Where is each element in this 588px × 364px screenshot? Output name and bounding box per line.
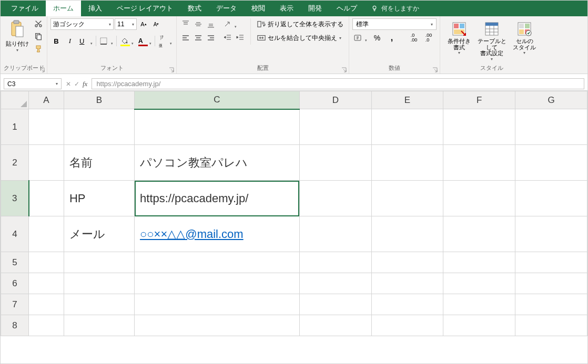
cell-G4[interactable] (515, 216, 587, 252)
cell-D7[interactable] (299, 294, 371, 315)
cell-G3[interactable] (515, 181, 587, 216)
cell-F3[interactable] (443, 181, 515, 216)
cell-G8[interactable] (515, 315, 587, 336)
column-header-B[interactable]: B (64, 91, 134, 109)
cell-G1[interactable] (515, 109, 587, 145)
cell-A7[interactable] (29, 294, 64, 315)
format-as-table-button[interactable]: テーブルとして 書式設定 ▾ (476, 18, 508, 61)
cell-A2[interactable] (29, 145, 64, 181)
comma-button[interactable]: , (386, 32, 398, 44)
row-header-8[interactable]: 8 (1, 315, 29, 336)
decrease-indent-button[interactable] (222, 32, 234, 44)
cell-A6[interactable] (29, 273, 64, 294)
formula-input[interactable]: https://pcacademy.jp/ (92, 78, 584, 89)
increase-decimal-button[interactable]: .0.00 (408, 32, 420, 44)
paste-button[interactable]: 貼り付け ▾ (4, 18, 31, 61)
row-header-4[interactable]: 4 (1, 216, 29, 252)
cell-C2[interactable]: パソコン教室パレハ (135, 145, 300, 181)
cell-E4[interactable] (371, 216, 443, 252)
cancel-formula-button[interactable]: ✕ (66, 80, 71, 88)
cell-G2[interactable] (515, 145, 587, 181)
cell-C7[interactable] (135, 294, 300, 315)
cell-C4[interactable]: ○○××△△@mail.com (135, 216, 300, 252)
cell-B3[interactable]: HP (64, 181, 134, 216)
cell-D1[interactable] (299, 109, 371, 145)
cell-E7[interactable] (371, 294, 443, 315)
cell-E1[interactable] (371, 109, 443, 145)
cell-E5[interactable] (371, 252, 443, 273)
tab-home[interactable]: ホーム (46, 1, 81, 16)
dialog-launcher-icon[interactable] (341, 67, 347, 72)
align-right-button[interactable] (205, 32, 217, 44)
cell-A8[interactable] (29, 315, 64, 336)
cell-F5[interactable] (443, 252, 515, 273)
cell-D4[interactable] (299, 216, 371, 252)
cell-F1[interactable] (443, 109, 515, 145)
cell-A4[interactable] (29, 216, 64, 252)
tab-help[interactable]: ヘルプ (329, 1, 364, 16)
cell-D3[interactable] (299, 181, 371, 216)
cell-A3[interactable] (29, 181, 64, 216)
copy-button[interactable] (33, 31, 44, 41)
align-center-button[interactable] (192, 32, 204, 44)
dialog-launcher-icon[interactable] (39, 67, 45, 72)
cell-C3[interactable]: https://pcacademy.jp/ (135, 181, 300, 216)
format-painter-button[interactable] (33, 44, 44, 54)
cell-F8[interactable] (443, 315, 515, 336)
tab-view[interactable]: 表示 (272, 1, 301, 16)
cell-F4[interactable] (443, 216, 515, 252)
cell-D5[interactable] (299, 252, 371, 273)
row-header-5[interactable]: 5 (1, 252, 29, 273)
insert-function-button[interactable]: fx (83, 80, 87, 88)
column-header-C[interactable]: C (135, 91, 300, 109)
cell-F6[interactable] (443, 273, 515, 294)
merge-center-button[interactable]: セルを結合して中央揃え ▾ (255, 32, 346, 44)
column-header-D[interactable]: D (299, 91, 371, 109)
cell-D2[interactable] (299, 145, 371, 181)
cell-C5[interactable] (135, 252, 300, 273)
cut-button[interactable] (33, 18, 44, 29)
borders-button[interactable] (98, 35, 114, 47)
spreadsheet-grid[interactable]: ABCDEFG12名前パソコン教室パレハ3HPhttps://pcacademy… (1, 91, 587, 363)
decrease-decimal-button[interactable]: .00.0 (423, 32, 434, 44)
underline-button[interactable]: U (78, 35, 94, 47)
row-header-6[interactable]: 6 (1, 273, 29, 294)
italic-button[interactable]: I (64, 35, 76, 47)
cell-C8[interactable] (135, 315, 300, 336)
phonetic-button[interactable]: ㄗ亜 (157, 35, 173, 47)
cell-G5[interactable] (515, 252, 587, 273)
row-header-2[interactable]: 2 (1, 145, 29, 181)
tab-insert[interactable]: 挿入 (81, 1, 109, 16)
cell-A1[interactable] (29, 109, 64, 145)
align-left-button[interactable] (180, 32, 191, 44)
increase-indent-button[interactable] (235, 32, 246, 44)
select-all-corner[interactable] (1, 91, 29, 109)
tab-data[interactable]: データ (209, 1, 244, 16)
font-name-selector[interactable]: 游ゴシック▾ (50, 18, 114, 30)
dialog-launcher-icon[interactable] (169, 67, 174, 72)
number-format-selector[interactable]: 標準▾ (352, 18, 437, 30)
decrease-font-size-button[interactable]: A▾ (150, 18, 162, 30)
cell-C6[interactable] (135, 273, 300, 294)
cell-B6[interactable] (64, 273, 134, 294)
column-header-F[interactable]: F (443, 91, 515, 109)
row-header-3[interactable]: 3 (1, 181, 29, 216)
cell-D6[interactable] (299, 273, 371, 294)
fill-color-button[interactable] (119, 35, 135, 47)
percent-button[interactable]: % (371, 32, 383, 44)
column-header-A[interactable]: A (29, 91, 64, 109)
tab-formulas[interactable]: 数式 (180, 1, 209, 16)
orientation-button[interactable] (222, 18, 238, 30)
dialog-launcher-icon[interactable] (432, 67, 438, 72)
align-bottom-button[interactable] (205, 18, 217, 30)
cell-E2[interactable] (371, 145, 443, 181)
row-header-7[interactable]: 7 (1, 294, 29, 315)
cell-B2[interactable]: 名前 (64, 145, 134, 181)
enter-formula-button[interactable]: ✓ (74, 80, 79, 88)
tab-review[interactable]: 校閲 (244, 1, 272, 16)
increase-font-size-button[interactable]: A▴ (138, 18, 149, 30)
accounting-format-button[interactable] (352, 32, 368, 44)
bold-button[interactable]: B (50, 35, 62, 47)
column-header-G[interactable]: G (515, 91, 587, 109)
tab-file[interactable]: ファイル (4, 1, 46, 16)
